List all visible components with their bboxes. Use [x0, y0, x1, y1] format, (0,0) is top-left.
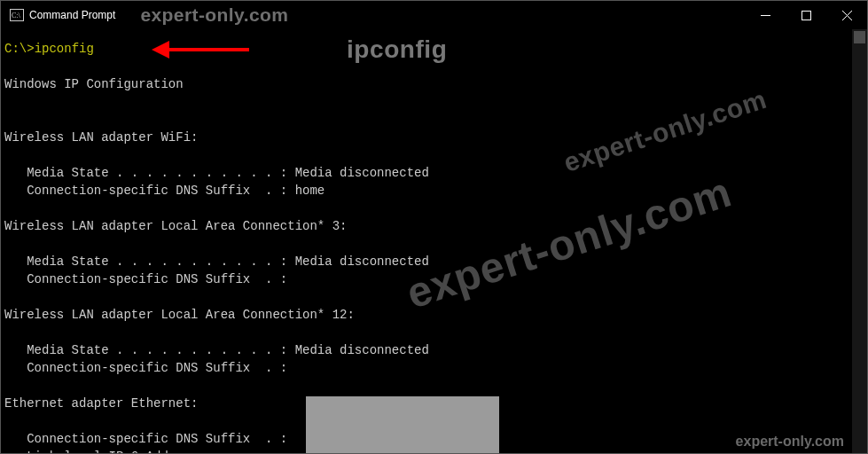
redacted-block — [306, 396, 499, 453]
titlebar-watermark: expert-only.com — [140, 4, 288, 26]
window-controls — [745, 1, 867, 29]
typed-command: ipconfig — [35, 42, 94, 56]
vertical-scrollbar[interactable] — [852, 29, 867, 453]
titlebar[interactable]: C:\ Command Prompt expert-only.com — [1, 1, 867, 29]
cmd-icon: C:\ — [10, 9, 24, 21]
maximize-button[interactable] — [786, 1, 826, 29]
window-title: Command Prompt — [29, 9, 115, 21]
close-button[interactable] — [826, 1, 867, 29]
command-prompt-window: C:\ Command Prompt expert-only.com C:\>i… — [0, 0, 868, 454]
scroll-thumb[interactable] — [854, 31, 865, 43]
prompt-char: > — [27, 42, 34, 56]
minimize-button[interactable] — [745, 1, 786, 29]
terminal-area: C:\>ipconfig Windows IP Configuration Wi… — [1, 29, 867, 453]
terminal-output[interactable]: C:\>ipconfig Windows IP Configuration Wi… — [1, 29, 852, 453]
svg-rect-3 — [802, 11, 810, 20]
svg-text:C:\: C:\ — [12, 12, 21, 20]
prompt-path: C:\ — [4, 42, 27, 56]
footer-watermark: expert-only.com — [736, 434, 844, 450]
